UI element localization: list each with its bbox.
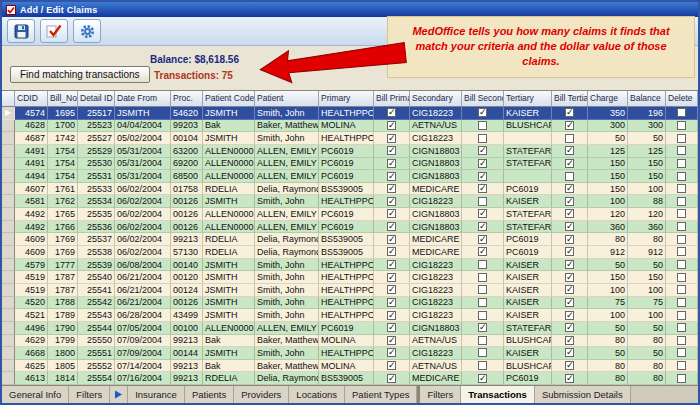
bill_tertiary-checkbox[interactable]: ✓	[565, 108, 574, 117]
grid-row[interactable]: 460917692553706/02/200499213RDELIADelia,…	[2, 233, 698, 246]
delete-checkbox[interactable]	[677, 247, 686, 256]
delete-checkbox[interactable]	[677, 285, 686, 294]
grid-row[interactable]: 460717612553306/02/200401758RDELIADelia,…	[2, 183, 698, 196]
save-button[interactable]	[7, 19, 35, 43]
column-header-date_from[interactable]: Date From	[115, 91, 171, 107]
bill_tertiary-checkbox[interactable]: ✓	[565, 273, 574, 282]
bill_tertiary-checkbox[interactable]: ✓	[565, 285, 574, 294]
column-header-tertiary[interactable]: Tertiary	[504, 91, 552, 107]
row-selector-cell[interactable]	[2, 322, 15, 335]
column-header-cdid[interactable]: CDID	[15, 91, 48, 107]
delete-checkbox[interactable]	[677, 348, 686, 357]
grid-row[interactable]: 449617902554407/05/200400100ALLEN0000ALL…	[2, 322, 698, 335]
delete-checkbox[interactable]	[677, 323, 686, 332]
column-header-primary[interactable]: Primary	[319, 91, 374, 107]
grid-row[interactable]: 451917872554106/21/200400124JSMITHSmith,…	[2, 284, 698, 297]
row-selector-cell[interactable]	[2, 170, 15, 183]
column-header-delete[interactable]: Delete	[666, 91, 698, 107]
bill_tertiary-checkbox[interactable]: ✓	[565, 197, 574, 206]
grid-row[interactable]: 449117542552905/31/200463200ALLEN0000ALL…	[2, 145, 698, 158]
bill_secondary-checkbox[interactable]	[478, 298, 487, 307]
find-matching-transactions-button[interactable]: Find matching transactions	[10, 66, 150, 83]
column-header-secondary[interactable]: Secondary	[410, 91, 462, 107]
tab-submission-details[interactable]: Submission Details	[535, 386, 631, 403]
column-header-charge[interactable]: Charge	[588, 91, 628, 107]
bill_primary-checkbox[interactable]: ✓	[387, 336, 396, 345]
tab-patients[interactable]: Patients	[185, 386, 234, 403]
row-selector-cell[interactable]	[2, 208, 15, 221]
row-selector-cell[interactable]	[2, 259, 15, 272]
bill_primary-checkbox[interactable]: ✓	[387, 108, 396, 117]
delete-checkbox[interactable]	[677, 108, 686, 117]
bill_secondary-checkbox[interactable]	[478, 121, 487, 130]
bill_tertiary-checkbox[interactable]: ✓	[565, 298, 574, 307]
bill_primary-checkbox[interactable]: ✓	[387, 209, 396, 218]
bill_tertiary-checkbox[interactable]: ✓	[565, 222, 574, 231]
delete-checkbox[interactable]	[677, 172, 686, 181]
grid-row[interactable]: 461318142555407/16/200499213RDELIADelia,…	[2, 372, 698, 385]
bill_primary-checkbox[interactable]: ✓	[387, 298, 396, 307]
bill_tertiary-checkbox[interactable]: ✓	[565, 336, 574, 345]
bill_secondary-checkbox[interactable]	[478, 260, 487, 269]
bill_tertiary-checkbox[interactable]: ✓	[565, 184, 574, 193]
tab-patient-types[interactable]: Patient Types	[345, 386, 417, 403]
bill_tertiary-checkbox[interactable]: ✓	[565, 159, 574, 168]
column-header-balance[interactable]: Balance	[628, 91, 666, 107]
delete-checkbox[interactable]	[677, 298, 686, 307]
row-selector-cell[interactable]	[2, 372, 15, 385]
grid-row[interactable]: 462917992555007/09/200499213BakBaker, Ma…	[2, 335, 698, 348]
bill_tertiary-checkbox[interactable]: ✓	[565, 311, 574, 320]
delete-checkbox[interactable]	[677, 336, 686, 345]
row-selector-cell[interactable]	[2, 233, 15, 246]
bill_secondary-checkbox[interactable]	[478, 285, 487, 294]
tab-providers[interactable]: Providers	[234, 386, 289, 403]
row-selector-cell[interactable]	[2, 195, 15, 208]
grid-row[interactable]: 468717422552705/02/200400104JSMITHSmith,…	[2, 132, 698, 145]
delete-checkbox[interactable]	[677, 374, 686, 383]
column-header-bill_primary[interactable]: Bill Primary	[374, 91, 410, 107]
delete-checkbox[interactable]	[677, 197, 686, 206]
bill_secondary-checkbox[interactable]: ✓	[478, 209, 487, 218]
row-selector-cell[interactable]	[2, 309, 15, 322]
bill_primary-checkbox[interactable]: ✓	[387, 361, 396, 370]
bill_primary-checkbox[interactable]: ✓	[387, 285, 396, 294]
tab-insurance[interactable]: Insurance	[128, 386, 185, 403]
grid-row[interactable]: 452117892554306/28/200443499JSMITHSmith,…	[2, 309, 698, 322]
grid-row[interactable]: 462518052555207/14/200499213BakBaker, Ma…	[2, 360, 698, 373]
bill_primary-checkbox[interactable]: ✓	[387, 348, 396, 357]
row-selector-cell[interactable]	[2, 132, 15, 145]
bill_secondary-checkbox[interactable]: ✓	[478, 323, 487, 332]
bill_secondary-checkbox[interactable]	[478, 197, 487, 206]
delete-checkbox[interactable]	[677, 361, 686, 370]
delete-checkbox[interactable]	[677, 235, 686, 244]
bill_secondary-checkbox[interactable]: ✓	[478, 222, 487, 231]
tab-filters[interactable]: Filters	[420, 386, 461, 403]
bill_secondary-checkbox[interactable]	[478, 361, 487, 370]
grid-row[interactable]: 452017882554206/21/200400126JSMITHSmith,…	[2, 297, 698, 310]
delete-checkbox[interactable]	[677, 134, 686, 143]
bill_secondary-checkbox[interactable]: ✓	[478, 184, 487, 193]
bill_tertiary-checkbox[interactable]: ✓	[565, 361, 574, 370]
row-selector-cell[interactable]: ▶	[2, 107, 15, 120]
tab-general-info[interactable]: General Info	[2, 386, 69, 403]
column-header-detail_id[interactable]: Detail ID	[78, 91, 115, 107]
bill_primary-checkbox[interactable]: ✓	[387, 323, 396, 332]
bill_tertiary-checkbox[interactable]: ✓	[565, 323, 574, 332]
bill_primary-checkbox[interactable]: ✓	[387, 172, 396, 181]
bill_primary-checkbox[interactable]: ✓	[387, 197, 396, 206]
tab-filters[interactable]: Filters	[69, 386, 110, 403]
bill_tertiary-checkbox[interactable]: ✓	[565, 121, 574, 130]
bill_secondary-checkbox[interactable]: ✓	[478, 247, 487, 256]
bill_secondary-checkbox[interactable]	[478, 311, 487, 320]
delete-checkbox[interactable]	[677, 146, 686, 155]
bill_tertiary-checkbox[interactable]: ✓	[565, 247, 574, 256]
settings-button[interactable]	[73, 19, 101, 43]
bill_secondary-checkbox[interactable]	[478, 273, 487, 282]
bill_primary-checkbox[interactable]: ✓	[387, 247, 396, 256]
bill_primary-checkbox[interactable]: ✓	[387, 260, 396, 269]
grid-row[interactable]: 449217662553606/02/200400126ALLEN0000ALL…	[2, 221, 698, 234]
row-selector-cell[interactable]	[2, 335, 15, 348]
row-selector-cell[interactable]	[2, 158, 15, 171]
grid-row[interactable]: 449117542553005/31/200469200ALLEN0000ALL…	[2, 158, 698, 171]
bill_secondary-checkbox[interactable]	[478, 134, 487, 143]
